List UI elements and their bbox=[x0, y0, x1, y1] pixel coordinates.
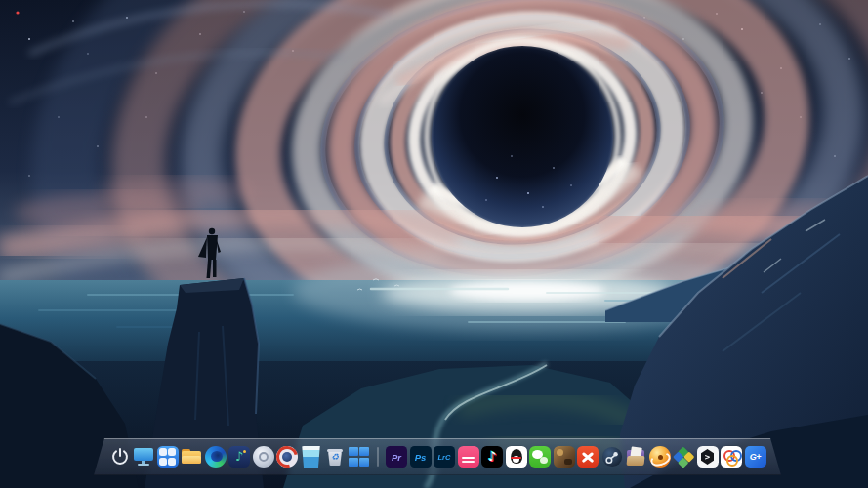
media-sphere-button[interactable] bbox=[649, 446, 671, 468]
file-manager-button[interactable] bbox=[181, 446, 202, 468]
red-cross-app-button[interactable] bbox=[577, 446, 599, 468]
hexagon-prompt-icon bbox=[697, 446, 719, 468]
premiere-button[interactable]: Pr bbox=[386, 446, 407, 468]
app-grid-icon bbox=[157, 446, 179, 468]
photoshop-icon: Ps bbox=[410, 446, 432, 468]
pink-video-app-icon bbox=[458, 446, 479, 468]
clock-app-button[interactable] bbox=[276, 446, 298, 468]
blue-glass-icon bbox=[301, 446, 322, 468]
red-ring-clock-icon bbox=[276, 446, 298, 468]
wechat-bubbles-icon bbox=[529, 446, 551, 468]
trash-button[interactable] bbox=[324, 446, 346, 468]
dock-separator bbox=[377, 447, 379, 467]
qq-penguin-icon bbox=[506, 446, 527, 468]
douyin-button[interactable] bbox=[481, 446, 503, 468]
power-icon bbox=[109, 446, 131, 468]
ring-app-button[interactable] bbox=[721, 446, 742, 468]
browser-swirl-icon bbox=[205, 446, 227, 468]
hexagon-app-button[interactable] bbox=[697, 446, 719, 468]
red-star-speck bbox=[16, 11, 19, 14]
music-note-icon bbox=[228, 446, 250, 468]
gamepp-button[interactable]: G+ bbox=[745, 446, 766, 468]
blue-panes-icon bbox=[349, 446, 370, 468]
camera-app-button[interactable] bbox=[253, 446, 274, 468]
browser-button[interactable] bbox=[205, 446, 227, 468]
launcher-button[interactable] bbox=[157, 446, 179, 468]
tri-ring-icon bbox=[721, 446, 742, 468]
documents-app-button[interactable] bbox=[625, 446, 646, 468]
dock: Pr Ps LrC bbox=[94, 438, 781, 475]
qq-button[interactable] bbox=[506, 446, 527, 468]
douyin-note-icon bbox=[481, 446, 503, 468]
pink-video-app-button[interactable] bbox=[458, 446, 479, 468]
steam-icon bbox=[601, 446, 623, 468]
music-app-button[interactable] bbox=[228, 446, 250, 468]
diamond-app-button[interactable] bbox=[673, 446, 694, 468]
gamepp-icon: G+ bbox=[745, 446, 766, 468]
lightroom-icon: LrC bbox=[434, 446, 455, 468]
lens-icon bbox=[253, 446, 274, 468]
steam-button[interactable] bbox=[601, 446, 623, 468]
power-button[interactable] bbox=[109, 446, 131, 468]
photoshop-button[interactable]: Ps bbox=[410, 446, 432, 468]
wechat-button[interactable] bbox=[529, 446, 551, 468]
orange-sphere-icon bbox=[649, 446, 671, 468]
folder-icon bbox=[181, 446, 202, 468]
brown-game-icon bbox=[554, 446, 575, 468]
gamepp-glyph: G+ bbox=[750, 452, 761, 462]
photoshop-glyph: Ps bbox=[415, 452, 427, 463]
brown-game-button[interactable] bbox=[554, 446, 575, 468]
red-cross-icon bbox=[577, 446, 599, 468]
documents-folder-icon bbox=[625, 446, 646, 468]
premiere-icon: Pr bbox=[386, 446, 407, 468]
diamond-mosaic-icon bbox=[673, 446, 694, 468]
recycle-bin-icon bbox=[324, 446, 346, 468]
premiere-glyph: Pr bbox=[392, 452, 401, 463]
wallpaper bbox=[0, 0, 868, 488]
lightroom-button[interactable]: LrC bbox=[434, 446, 455, 468]
monitor-icon bbox=[133, 446, 154, 468]
recorder-app-button[interactable] bbox=[301, 446, 322, 468]
window-panes-button[interactable] bbox=[349, 446, 370, 468]
lightroom-glyph: LrC bbox=[438, 453, 451, 462]
black-hole-core bbox=[432, 46, 613, 227]
show-desktop-button[interactable] bbox=[133, 446, 154, 468]
